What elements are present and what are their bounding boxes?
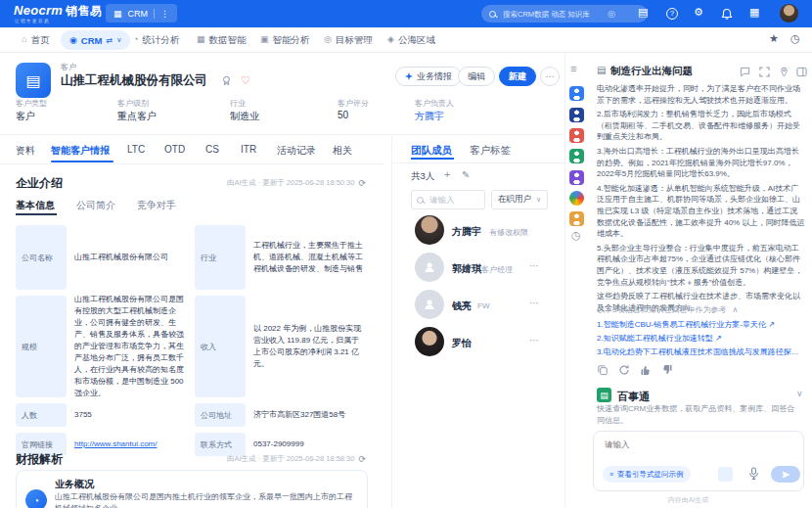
edit-button[interactable]: 编辑 (458, 67, 495, 86)
finance-meta: 由AI生成 · 更新于 2025-06-28 18:58:30 ⟳ (227, 454, 366, 464)
copy-icon[interactable] (597, 364, 609, 376)
comment-icon[interactable] (740, 67, 750, 77)
nav-item-data-intelligence[interactable]: ▦ 数据智能 (197, 35, 247, 45)
field-value-score: 50 (338, 110, 348, 120)
thumbs-down-icon[interactable] (661, 364, 673, 376)
member-more-icon[interactable]: ⋯ (529, 260, 539, 271)
tab-itr[interactable]: ITR (241, 144, 256, 155)
mic-icon[interactable] (747, 467, 760, 481)
nav-item-public-pool[interactable]: ◈ 公海区域 (387, 35, 435, 45)
tab-related[interactable]: 相关 (333, 144, 352, 158)
refresh-icon[interactable]: ⟳ (358, 178, 366, 188)
home-icon: ⌂ (22, 35, 26, 44)
nav-item-crm-active[interactable]: ◉ CRM ⇄ ∨ (61, 30, 130, 50)
ai-app-grid-icon[interactable] (569, 170, 584, 185)
cell-label-headcount: 人数 (16, 403, 67, 427)
tab-smart-intel[interactable]: 智能客户情报 (51, 144, 110, 158)
baishitong-title: 百事通 (617, 390, 650, 404)
customer-name: 山推工程机械股份有限公司 (61, 72, 207, 89)
expand-icon[interactable] (759, 67, 770, 77)
nav-item-home[interactable]: ⌂ 首页 (22, 35, 49, 45)
skill-icon[interactable] (718, 467, 733, 482)
tab-ltc[interactable]: LTC (127, 144, 145, 155)
nav-item-stats[interactable]: ◔ 统计分析 (133, 35, 179, 45)
member-more-icon[interactable]: ⋯ (529, 335, 539, 346)
tab-cs[interactable]: CS (205, 144, 219, 155)
brand-logo-cn: 销售易 (66, 4, 102, 18)
owner-value-link[interactable]: 方腾宇 (415, 110, 444, 123)
favorite-heart-icon[interactable]: ♡ (241, 74, 250, 87)
help-icon[interactable]: ? (666, 8, 678, 20)
refresh-icon[interactable]: ⟳ (358, 454, 366, 464)
conversation-doc-icon: ▤ (597, 65, 606, 75)
recent-history-icon[interactable]: ◷ (790, 33, 800, 44)
topbar: Neocrm销售易 让销售更容易 ▦ CRM ⋮ ◎ ▤ ? ⚙ ▦ (0, 0, 812, 27)
workspace-switcher[interactable]: ▦ CRM ⋮ (106, 4, 177, 23)
ai-question-input[interactable] (603, 439, 792, 450)
sidebar-toggle-icon[interactable] (796, 67, 807, 77)
ai-app-person-icon[interactable] (569, 108, 584, 122)
subtab-basic-info[interactable]: 基本信息 (16, 199, 55, 212)
subtab-underline (16, 213, 57, 215)
member-search[interactable] (411, 190, 485, 209)
bell-icon[interactable] (721, 8, 733, 20)
cell-value-address: 济宁市高新区327国道58号 (251, 403, 368, 427)
subtab-profile[interactable]: 公司简介 (76, 199, 115, 212)
reference-link[interactable]: 3.电动化趋势下工程机械液压技术面临挑战与发展路径探讨 ↗ (597, 346, 806, 357)
thumbs-up-icon[interactable] (640, 364, 652, 376)
field-value-industry: 制造业 (230, 110, 259, 123)
regenerate-icon[interactable] (618, 364, 630, 376)
edit-members-icon[interactable]: ✎ (462, 169, 470, 180)
references-toggle[interactable]: 以下3项信息和知识在回答中作为参考 ∧ (597, 304, 738, 315)
ai-conversation-title: 制造行业出海问题 (610, 65, 693, 78)
data-icon: ▦ (197, 35, 205, 44)
ai-app-doc-icon[interactable] (569, 149, 584, 163)
ai-app-sphere-icon[interactable] (569, 191, 584, 206)
subtab-competitors[interactable]: 竞争对手 (137, 199, 176, 212)
panel-menu-icon[interactable]: ≡ (570, 63, 576, 74)
external-link-icon: ↗ (801, 347, 806, 356)
more-actions-button[interactable]: ⋯ (540, 67, 560, 86)
ai-app-box-icon[interactable] (569, 211, 584, 226)
website-link[interactable]: http://www.shantui.com/ (74, 439, 157, 450)
member-more-icon[interactable]: ⋯ (529, 298, 539, 308)
member-name: 郭婧琪 (452, 262, 481, 276)
pin-icon[interactable] (779, 67, 789, 77)
reference-link[interactable]: 2.知识赋能工程机械行业加速转型 ↗ (597, 333, 806, 344)
certification-badge-icon[interactable] (221, 75, 232, 86)
tab-activity[interactable]: 活动记录 (277, 144, 316, 158)
divider (154, 9, 155, 19)
gear-icon[interactable]: ⚙ (694, 7, 703, 18)
notes-icon[interactable]: ▤ (638, 7, 648, 18)
sync-icon: ⇄ (107, 36, 113, 45)
create-button[interactable]: 新建 (499, 67, 536, 86)
crm-icon: ◉ (69, 35, 77, 45)
table-row: 人数 3755 公司地址 济宁市高新区327国道58号 (16, 403, 368, 427)
tab-customer-tags[interactable]: 客户标签 (470, 144, 511, 158)
overview-card-text: 山推工程机械股份有限公司是国内推土机行业的领军企业，系最早一批国内上市的工程机械… (55, 491, 354, 508)
ai-app-agent-icon[interactable] (569, 128, 584, 143)
collapse-icon[interactable]: ∨ (796, 389, 803, 398)
add-member-icon[interactable]: + (444, 168, 450, 180)
user-avatar[interactable] (780, 4, 798, 23)
ai-app-team-icon[interactable] (569, 86, 584, 101)
history-icon[interactable]: ◷ (571, 229, 581, 242)
reference-link[interactable]: 1.智能制造CBU-销售易工程机械行业方案-章天伦 ↗ (597, 319, 806, 330)
member-search-input[interactable] (428, 194, 478, 206)
member-filter-select[interactable]: 在职用户 ∨ (491, 190, 548, 209)
filter-icon[interactable]: ◎ (608, 9, 615, 19)
global-search-input[interactable] (501, 9, 603, 20)
apps-grid-icon[interactable]: ▦ (749, 7, 759, 18)
biz-intel-button[interactable]: 业务情报 (395, 67, 462, 86)
nav-item-target[interactable]: ◎ 目标管理 (324, 35, 373, 45)
favorite-star-icon[interactable]: ★ (769, 33, 779, 44)
tab-team-members[interactable]: 团队成员 (411, 144, 452, 158)
tab-otd[interactable]: OTD (164, 144, 185, 155)
guided-question-chip[interactable]: ≡ 查看引导式提问示例 (603, 466, 691, 483)
tab-profile[interactable]: 资料 (16, 144, 35, 158)
global-search[interactable]: ◎ (481, 5, 648, 23)
send-button[interactable] (771, 466, 800, 483)
member-avatar (415, 215, 444, 245)
kebab-icon: ⋮ (160, 9, 169, 19)
nav-item-smart-analysis[interactable]: ▣ 智能分析 (260, 35, 310, 45)
